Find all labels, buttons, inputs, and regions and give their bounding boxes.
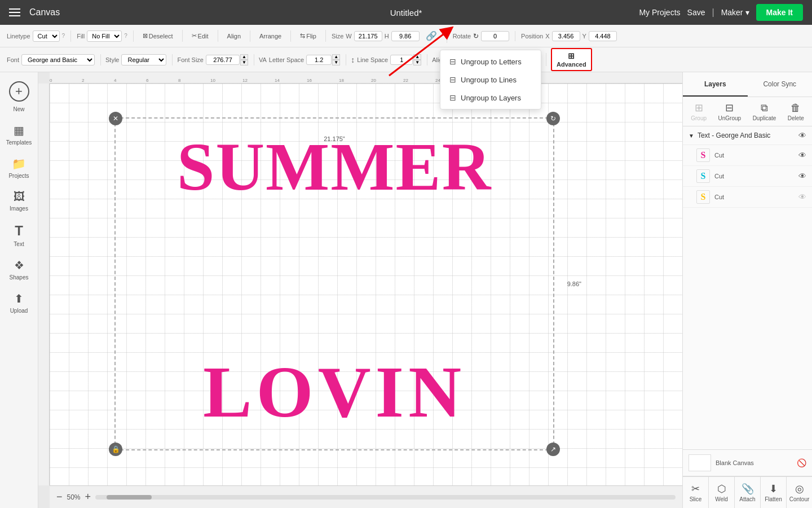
flatten-icon: ⬇ — [769, 483, 778, 495]
size-group: Size W H 🔗 — [332, 29, 447, 43]
handle-top-left[interactable]: ✕ — [109, 112, 122, 125]
sidebar-item-new[interactable]: + New — [2, 77, 36, 117]
arrange-button[interactable]: Arrange — [256, 30, 285, 42]
my-projects-link[interactable]: My Projects — [639, 8, 680, 17]
sidebar-item-text[interactable]: T Text — [2, 218, 36, 252]
linetype-select[interactable]: Cut — [33, 30, 60, 42]
layer-1-visibility-icon[interactable]: 👁 — [798, 151, 806, 160]
font-select[interactable]: George and Basic — [21, 54, 95, 65]
panel-actions: ⊞ Group ⊟ UnGroup ⧉ Duplicate 🗑 Delete — [683, 97, 812, 126]
line-space-down[interactable]: ▼ — [413, 60, 421, 65]
height-dimension-label: 9.86" — [567, 281, 581, 287]
layer-group-label: Text - George And Basic — [698, 132, 795, 139]
deselect-button[interactable]: ⊠ Deselect — [139, 30, 176, 42]
font-size-up[interactable]: ▲ — [240, 54, 248, 60]
x-input[interactable] — [552, 31, 580, 41]
save-button[interactable]: Save — [687, 8, 705, 17]
tab-layers[interactable]: Layers — [683, 72, 748, 97]
chevron-down-icon: ▾ — [745, 8, 749, 17]
main-layout: + New ▦ Templates 📁 Projects 🖼 Images T … — [0, 72, 812, 508]
attach-icon: 📎 — [742, 483, 754, 495]
width-input[interactable] — [354, 31, 382, 41]
line-space-icon: ↕ — [351, 55, 355, 64]
ruler-left — [38, 84, 50, 485]
font-size-label: Font Size — [177, 56, 203, 63]
ungroup-icon: ⊟ — [725, 102, 734, 114]
advanced-dropdown-menu: ⊟ Ungroup to Letters ⊟ Ungroup to Lines … — [440, 50, 541, 110]
ungroup-layers-item[interactable]: ⊟ Ungroup to Layers — [440, 89, 541, 107]
font-size-input[interactable] — [206, 55, 240, 65]
blank-canvas-visibility-icon[interactable]: 🚫 — [797, 458, 806, 467]
style-group: Style Regular — [105, 54, 173, 65]
layer-2-visibility-icon[interactable]: 👁 — [798, 172, 806, 181]
letter-space-down[interactable]: ▼ — [332, 60, 340, 65]
ungroup-lines-item[interactable]: ⊟ Ungroup to Lines — [440, 71, 541, 89]
layer-label-1: Cut — [714, 152, 794, 159]
style-select[interactable]: Regular — [121, 54, 166, 65]
lock-aspect-icon[interactable]: 🔗 — [422, 29, 441, 43]
sidebar-item-templates[interactable]: ▦ Templates — [2, 119, 36, 150]
sidebar-item-shapes[interactable]: ❖ Shapes — [2, 254, 36, 285]
linetype-help-icon[interactable]: ? — [62, 33, 65, 39]
line-space-up[interactable]: ▲ — [413, 54, 421, 60]
upload-icon: ⬆ — [14, 292, 24, 305]
handle-bottom-right[interactable]: ↗ — [546, 443, 560, 456]
y-input[interactable] — [589, 31, 617, 41]
line-space-input[interactable] — [390, 55, 413, 65]
ungroup-button[interactable]: ⊟ UnGroup — [718, 102, 742, 121]
rotate-group: Rotate ↻ — [453, 31, 515, 41]
letter-space-group: VA Letter Space ▲ ▼ — [259, 54, 346, 65]
edit-button[interactable]: ✂ Edit — [188, 30, 212, 42]
layer-label-3: Cut — [714, 194, 794, 200]
position-group: Position X Y — [521, 31, 623, 41]
handle-top-right[interactable]: ↻ — [546, 112, 560, 125]
flatten-button[interactable]: ⬇ Flatten — [761, 477, 787, 508]
letter-space-input[interactable] — [306, 55, 332, 65]
zoom-in-button[interactable]: + — [85, 491, 91, 503]
canvas-inner[interactable]: ✕ ↻ 🔒 ↗ 21.175" 9.86" SUMMER LOVIN — [50, 84, 682, 485]
canvas-area: 0 2 4 6 8 10 12 14 16 18 20 22 24 26 28 … — [38, 72, 682, 508]
sidebar-item-projects[interactable]: 📁 Projects — [2, 152, 36, 183]
group-button[interactable]: ⊞ Group — [691, 102, 707, 121]
expand-icon[interactable]: ▼ — [689, 133, 694, 139]
sidebar-item-images[interactable]: 🖼 Images — [2, 186, 36, 216]
sidebar-item-upload[interactable]: ⬆ Upload — [2, 287, 36, 318]
advanced-button[interactable]: ⊞ Advanced — [551, 48, 592, 71]
blank-canvas-row: Blank Canvas 🚫 — [689, 454, 806, 471]
rotate-input[interactable] — [481, 31, 509, 41]
horizontal-scrollbar[interactable] — [95, 495, 676, 500]
font-size-down[interactable]: ▼ — [240, 60, 248, 65]
layer-3-visibility-icon[interactable]: 👁 — [798, 192, 806, 202]
height-input[interactable] — [391, 31, 420, 41]
zoom-out-button[interactable]: − — [56, 491, 63, 503]
slice-button[interactable]: ✂ Slice — [683, 477, 709, 508]
layer-item-2: S Cut 👁 — [683, 166, 812, 187]
ungroup-letters-item[interactable]: ⊟ Ungroup to Letters — [440, 52, 541, 71]
align-group: Align — [224, 30, 250, 42]
y-label: Y — [582, 33, 586, 40]
font-size-group: Font Size ▲ ▼ — [177, 54, 254, 65]
make-it-button[interactable]: Make It — [756, 4, 803, 21]
handle-bottom-left[interactable]: 🔒 — [109, 443, 122, 456]
letter-space-up[interactable]: ▲ — [332, 54, 340, 60]
flip-button[interactable]: ⇆ Flip — [297, 30, 320, 42]
contour-button[interactable]: ◎ Contour — [787, 477, 812, 508]
attach-button[interactable]: 📎 Attach — [735, 477, 761, 508]
layer-group-visibility-icon[interactable]: 👁 — [798, 131, 806, 140]
fill-select[interactable]: No Fill — [87, 30, 122, 42]
scrollbar-thumb — [107, 495, 152, 500]
weld-button[interactable]: ⬡ Weld — [709, 477, 735, 508]
tab-color-sync[interactable]: Color Sync — [748, 72, 813, 97]
align-button[interactable]: Align — [224, 30, 244, 42]
layer-group-header: ▼ Text - George And Basic 👁 — [683, 126, 812, 145]
duplicate-button[interactable]: ⧉ Duplicate — [753, 102, 776, 121]
fill-label: Fill — [77, 33, 85, 40]
linetype-group: Linetype Cut ? — [7, 30, 71, 42]
maker-dropdown[interactable]: Maker ▾ — [721, 8, 749, 17]
hamburger-menu[interactable] — [9, 8, 20, 16]
delete-button[interactable]: 🗑 Delete — [788, 102, 804, 121]
font-group: Font George and Basic — [7, 54, 101, 65]
advanced-group: ⊞ Advanced — [551, 48, 592, 71]
w-label: W — [346, 33, 351, 40]
fill-help-icon[interactable]: ? — [124, 33, 127, 39]
